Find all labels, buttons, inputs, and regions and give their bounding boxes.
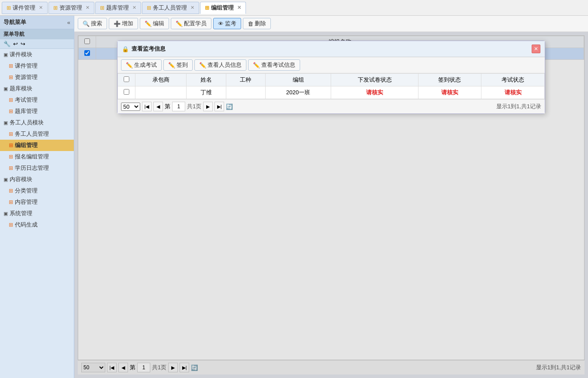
sidebar-item-xhgl-label: 学历日志管理 — [15, 164, 49, 172]
modal-btn-qiandao-icon: ✏️ — [168, 62, 175, 69]
sidebar-item-zygl-icon: ⊞ — [9, 74, 13, 80]
modal-btn-kaoshi[interactable]: ✏️ 查看考试信息 — [248, 59, 300, 71]
sidebar-item-bmgl-label: 报名编组管理 — [15, 153, 49, 161]
search-icon: 🔍 — [83, 21, 90, 27]
modal-page-size-select[interactable]: 50 100 — [121, 103, 140, 111]
sidebar-item-dmsc-label: 代码生成 — [15, 221, 38, 229]
monitor-icon: 👁 — [218, 21, 224, 27]
tab-2[interactable]: ⊞ 资源管理 ✕ — [48, 2, 94, 14]
sidebar-item-ksgl[interactable]: ⊞ 考试管理 — [0, 94, 74, 106]
modal-refresh-btn[interactable]: 🔄 — [226, 103, 233, 110]
modal-next-page-btn[interactable]: ▶ — [203, 102, 213, 111]
sidebar-icon2[interactable]: ↩ — [13, 41, 18, 47]
modal-page-total: 共1页 — [187, 103, 201, 110]
modal-btn-renyuan[interactable]: ✏️ 查看人员信息 — [194, 59, 246, 71]
sidebar-group-xt[interactable]: ▣ 系统管理 — [0, 208, 74, 219]
sidebar-item-dmsc[interactable]: ⊞ 代码生成 — [0, 219, 74, 230]
sidebar: 导航菜单 « 菜单导航 🔧 ↩ ↪ ▣ 课件模块 ⊞ 课件管理 ⊞ 资源管理 ▣ — [0, 16, 74, 378]
sidebar-icon3[interactable]: ↪ — [21, 41, 25, 47]
sidebar-item-nrgl-label: 内容管理 — [15, 198, 38, 206]
modal-row-checkbox-cell — [118, 86, 135, 99]
search-button[interactable]: 🔍 搜索 — [78, 18, 107, 29]
sidebar-item-xhgl[interactable]: ⊞ 学历日志管理 — [0, 162, 74, 174]
modal-prev-page-btn[interactable]: ◀ — [153, 102, 163, 111]
delete-button[interactable]: 🗑 删除 — [243, 18, 271, 29]
sidebar-item-bmgl[interactable]: ⊞ 报名编组管理 — [0, 151, 74, 162]
modal-row-signinstatus: 请核实 — [418, 86, 481, 99]
sidebar-header-icons: « — [67, 19, 70, 26]
sidebar-group-nr-label: 内容模块 — [10, 175, 32, 183]
tab-3-close[interactable]: ✕ — [132, 5, 136, 10]
sidebar-header: 导航菜单 « — [0, 16, 74, 29]
tab-5-close[interactable]: ✕ — [237, 5, 241, 10]
modal-page-input[interactable] — [172, 102, 185, 111]
sidebar-item-zygl-label: 资源管理 — [15, 73, 38, 81]
delete-icon: 🗑 — [248, 21, 253, 27]
sidebar-item-bmgl-icon: ⊞ — [9, 154, 13, 160]
modal-btn-kaoshi-icon: ✏️ — [253, 62, 260, 69]
modal-title: 查看监考信息 — [131, 45, 529, 53]
modal-pagination: 50 100 |◀ ◀ 第 共1页 ▶ ▶| 🔄 显示1到1,共1记录 — [118, 99, 545, 113]
monitor-button[interactable]: 👁 监考 — [213, 18, 241, 29]
sidebar-item-kjgl-icon: ⊞ — [9, 63, 13, 69]
sidebar-group-kj[interactable]: ▣ 课件模块 — [0, 49, 74, 60]
sidebar-group-tk[interactable]: ▣ 题库模块 — [0, 83, 74, 94]
add-button[interactable]: ➕ 增加 — [109, 18, 138, 29]
sidebar-item-ksgl-icon: ⊞ — [9, 97, 13, 103]
tab-2-close[interactable]: ✕ — [86, 5, 90, 10]
sidebar-group-nr[interactable]: ▣ 内容模块 — [0, 174, 74, 185]
sidebar-item-nrgl[interactable]: ⊞ 内容管理 — [0, 196, 74, 208]
tab-4[interactable]: ⊞ 务工人员管理 ✕ — [142, 2, 199, 14]
sidebar-item-wggl-icon: ⊞ — [9, 131, 13, 137]
monitor-btn-label: 监考 — [225, 20, 236, 27]
expand-icon5: ▣ — [3, 211, 8, 216]
sidebar-item-wggl[interactable]: ⊞ 务工人员管理 — [0, 128, 74, 140]
config-btn-label: 配置学员 — [184, 20, 207, 27]
tab-4-label: 务工人员管理 — [153, 4, 187, 12]
sidebar-item-bzgl[interactable]: ⊞ 编组管理 — [0, 140, 74, 151]
right-panel: 🔍 搜索 ➕ 增加 ✏️ 编辑 ✏️ 配置学员 👁 监考 🗑 删除 — [74, 16, 588, 378]
sidebar-header-title: 导航菜单 — [3, 18, 26, 26]
modal-table-row[interactable]: 丁维 2020一班 请核实 — [118, 86, 545, 99]
sidebar-icon1[interactable]: 🔧 — [3, 41, 10, 47]
sidebar-item-zygl[interactable]: ⊞ 资源管理 — [0, 72, 74, 83]
tab-bar: ⊞ 课件管理 ✕ ⊞ 资源管理 ✕ ⊞ 题库管理 ✕ ⊞ 务工人员管理 ✕ ⊞ … — [0, 0, 588, 16]
sidebar-item-xhgl-icon: ⊞ — [9, 165, 13, 171]
modal-btn-renyuan-label: 查看人员信息 — [208, 61, 242, 69]
tab-4-icon: ⊞ — [147, 5, 151, 11]
sidebar-item-bzgl-label: 编组管理 — [15, 141, 38, 149]
modal-select-all[interactable] — [124, 76, 129, 82]
edit-button[interactable]: ✏️ 编辑 — [140, 18, 169, 29]
tab-3[interactable]: ⊞ 题库管理 ✕ — [95, 2, 141, 14]
tab-1-close[interactable]: ✕ — [39, 5, 43, 10]
tab-1-icon: ⊞ — [7, 5, 11, 11]
tab-2-icon: ⊞ — [53, 5, 58, 11]
lock-icon: 🔒 — [122, 46, 129, 52]
tab-1[interactable]: ⊞ 课件管理 ✕ — [2, 2, 48, 14]
tab-4-close[interactable]: ✕ — [190, 5, 194, 10]
sidebar-item-tkgl[interactable]: ⊞ 题库管理 — [0, 106, 74, 117]
modal-row-checkbox[interactable] — [124, 89, 129, 95]
tab-3-label: 题库管理 — [106, 4, 129, 12]
sidebar-item-kjgl[interactable]: ⊞ 课件管理 — [0, 60, 74, 72]
tab-5[interactable]: ⊞ 编组管理 ✕ — [200, 2, 246, 14]
modal-last-page-btn[interactable]: ▶| — [214, 102, 224, 111]
modal-btn-genkao[interactable]: ✏️ 生成考试 — [121, 59, 162, 71]
sidebar-item-flgl[interactable]: ⊞ 分类管理 — [0, 185, 74, 196]
tab-5-label: 编组管理 — [211, 4, 234, 12]
modal-row-jobtype — [226, 86, 265, 99]
expand-icon: ▣ — [3, 52, 8, 58]
modal-row-paperstatus: 请核实 — [331, 86, 418, 99]
modal-btn-qiandao[interactable]: ✏️ 签到 — [163, 59, 193, 71]
modal-col-paperstatus: 下发试卷状态 — [331, 74, 418, 86]
tab-1-label: 课件管理 — [13, 4, 35, 12]
config-button[interactable]: ✏️ 配置学员 — [171, 18, 211, 29]
edit-icon: ✏️ — [145, 21, 152, 27]
sidebar-collapse-icon[interactable]: « — [67, 19, 70, 26]
sidebar-group-wg-label: 务工人员模块 — [10, 119, 44, 127]
tab-5-icon: ⊞ — [205, 5, 209, 11]
sidebar-group-wg[interactable]: ▣ 务工人员模块 — [0, 117, 74, 128]
modal-first-page-btn[interactable]: |◀ — [142, 102, 152, 111]
modal-col-signinstatus: 签到状态 — [418, 74, 481, 86]
modal-close-btn[interactable]: ✕ — [532, 45, 540, 53]
